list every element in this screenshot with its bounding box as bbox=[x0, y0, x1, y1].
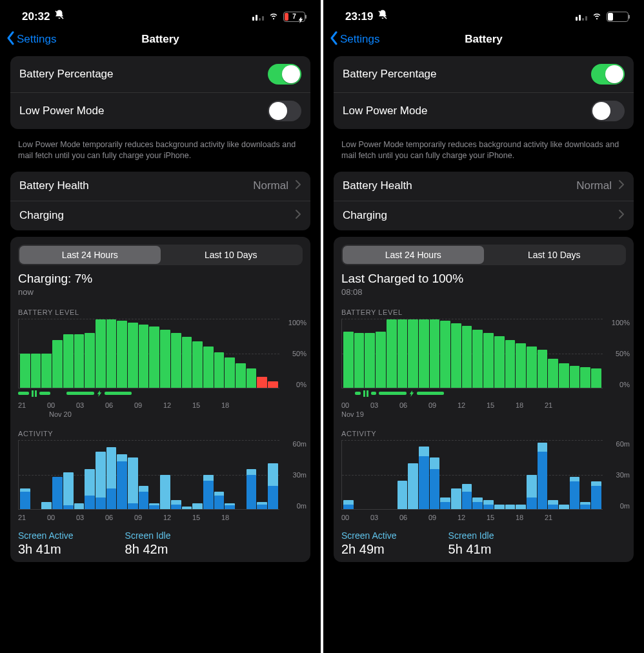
battery-percentage-label: Battery Percentage bbox=[343, 68, 437, 81]
activity-bar bbox=[343, 441, 354, 509]
activity-bar bbox=[257, 441, 267, 509]
battery-x-axis: 0003060912151821 bbox=[341, 401, 603, 409]
pause-icon bbox=[32, 390, 37, 397]
pause-icon bbox=[363, 390, 368, 397]
screen-idle-value: 5h 41m bbox=[448, 542, 494, 557]
activity-bar bbox=[462, 441, 472, 509]
screen-idle-label: Screen Idle bbox=[448, 530, 494, 541]
charging-label: Charging bbox=[343, 209, 387, 222]
battery-health-row[interactable]: Battery HealthNormal bbox=[10, 172, 310, 201]
dual-sim-signal-icon bbox=[576, 13, 587, 21]
time-range-segment[interactable]: Last 24 HoursLast 10 Days bbox=[18, 245, 303, 265]
battery-bar bbox=[538, 350, 548, 387]
battery-bar bbox=[354, 333, 365, 388]
activity-bar bbox=[117, 441, 127, 509]
battery-level-title: BATTERY LEVEL bbox=[10, 297, 310, 319]
activity-bar bbox=[41, 441, 52, 509]
battery-level-chart: 100%50%0% bbox=[18, 319, 307, 388]
charge-summary-sub: 08:08 bbox=[341, 287, 626, 297]
battery-bar bbox=[117, 321, 127, 388]
chevron-right-icon bbox=[618, 209, 625, 223]
segment-last-10d[interactable]: Last 10 Days bbox=[484, 246, 625, 264]
activity-chart: 60m30m0m bbox=[18, 440, 307, 510]
battery-x-axis: 2100030609121518 bbox=[18, 401, 279, 409]
y-tick: 0m bbox=[605, 502, 630, 510]
dual-sim-signal-icon bbox=[252, 13, 264, 21]
back-button[interactable]: Settings bbox=[6, 31, 56, 48]
battery-percentage-toggle[interactable] bbox=[591, 64, 625, 85]
segment-last-24h[interactable]: Last 24 Hours bbox=[19, 246, 161, 264]
nav-bar: SettingsBattery bbox=[323, 28, 644, 56]
activity-bar bbox=[354, 441, 365, 509]
battery-bar bbox=[128, 323, 138, 388]
status-bar: 20:327 bbox=[0, 0, 321, 28]
activity-bar bbox=[387, 441, 397, 509]
wifi-icon bbox=[268, 9, 279, 24]
health-group: Battery HealthNormalCharging bbox=[334, 172, 634, 230]
bolt-icon bbox=[409, 390, 414, 397]
low-power-mode-row[interactable]: Low Power Mode bbox=[10, 92, 310, 129]
activity-bar bbox=[149, 441, 159, 509]
battery-bar bbox=[570, 366, 580, 388]
low-power-mode-toggle[interactable] bbox=[591, 101, 625, 121]
chevron-right-icon bbox=[618, 179, 625, 193]
battery-percentage-row[interactable]: Battery Percentage bbox=[334, 56, 634, 92]
y-tick: 100% bbox=[605, 319, 630, 326]
battery-bar bbox=[494, 336, 505, 388]
battery-health-label: Battery Health bbox=[343, 179, 412, 192]
battery-health-label: Battery Health bbox=[19, 179, 89, 192]
battery-percentage-toggle[interactable] bbox=[268, 64, 301, 85]
activity-title: ACTIVITY bbox=[334, 418, 634, 440]
activity-bar bbox=[548, 441, 558, 509]
svg-rect-5 bbox=[367, 390, 368, 397]
nav-bar: SettingsBattery bbox=[0, 28, 321, 56]
activity-title: ACTIVITY bbox=[10, 418, 310, 440]
health-group: Battery HealthNormalCharging bbox=[10, 172, 310, 230]
usage-card: Last 24 HoursLast 10 DaysCharging: 7%now… bbox=[10, 237, 310, 562]
low-power-mode-row[interactable]: Low Power Mode bbox=[334, 92, 634, 129]
activity-bar bbox=[580, 441, 590, 509]
charging-row[interactable]: Charging bbox=[334, 201, 634, 230]
activity-x-axis: 2100030609121518 bbox=[18, 514, 279, 521]
y-tick: 0m bbox=[282, 502, 307, 510]
charging-timeline bbox=[341, 390, 603, 397]
battery-bar bbox=[343, 332, 354, 388]
back-label: Settings bbox=[340, 33, 379, 46]
segment-last-24h[interactable]: Last 24 Hours bbox=[343, 246, 484, 264]
battery-bar bbox=[20, 354, 30, 388]
battery-bar bbox=[472, 330, 483, 388]
battery-bar bbox=[408, 319, 418, 388]
low-power-mode-toggle[interactable] bbox=[268, 101, 301, 121]
y-tick: 0% bbox=[605, 381, 630, 388]
activity-bar bbox=[182, 441, 192, 509]
x-axis-date: Nov 20 bbox=[49, 410, 303, 418]
activity-bar bbox=[419, 441, 429, 509]
y-tick: 30m bbox=[605, 471, 630, 479]
svg-rect-2 bbox=[35, 390, 37, 397]
battery-bar bbox=[192, 341, 203, 388]
battery-health-row[interactable]: Battery HealthNormal bbox=[334, 172, 634, 201]
battery-bar bbox=[236, 363, 246, 388]
battery-bar bbox=[440, 321, 450, 388]
battery-percentage-row[interactable]: Battery Percentage bbox=[10, 56, 310, 92]
battery-bar bbox=[171, 333, 181, 388]
time-range-segment[interactable]: Last 24 HoursLast 10 Days bbox=[341, 245, 626, 265]
activity-bar bbox=[472, 441, 483, 509]
battery-bar bbox=[63, 334, 74, 388]
activity-bar bbox=[559, 441, 569, 509]
battery-bar bbox=[559, 363, 569, 388]
battery-bar bbox=[505, 340, 516, 388]
y-tick: 0% bbox=[282, 381, 307, 388]
screen-idle-label: Screen Idle bbox=[125, 530, 171, 541]
activity-bar bbox=[268, 441, 278, 509]
screen-active-label: Screen Active bbox=[341, 530, 397, 541]
toggles-group: Battery PercentageLow Power Mode bbox=[334, 56, 634, 129]
charging-row[interactable]: Charging bbox=[10, 201, 310, 230]
battery-bar bbox=[139, 325, 149, 388]
wifi-icon bbox=[591, 9, 603, 24]
battery-bar bbox=[419, 319, 429, 388]
activity-bar bbox=[570, 441, 580, 509]
battery-bar bbox=[96, 319, 106, 388]
segment-last-10d[interactable]: Last 10 Days bbox=[161, 246, 302, 264]
back-button[interactable]: Settings bbox=[330, 31, 379, 48]
